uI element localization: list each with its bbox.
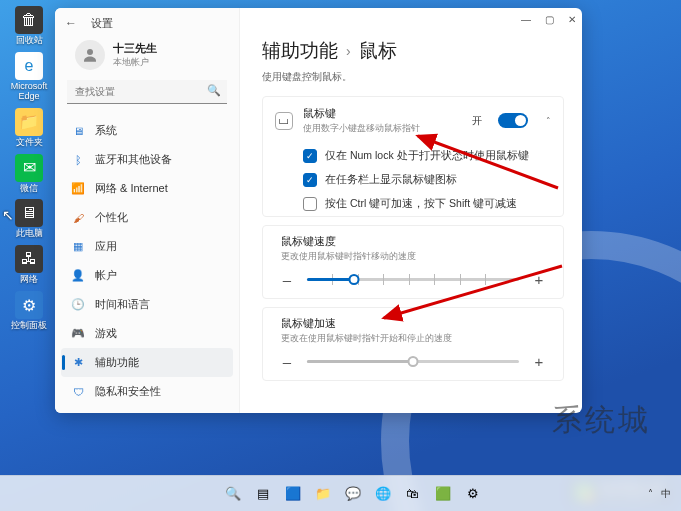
sidebar-item-9[interactable]: 🛡隐私和安全性	[61, 377, 233, 406]
taskbar: 🔍 ▤ 🟦 📁 💬 🌐 🛍 🟩 ⚙ ˄ 中	[0, 475, 681, 511]
back-button[interactable]: ←	[65, 16, 77, 30]
accel-increase-button[interactable]: +	[533, 353, 545, 370]
profile[interactable]: 十三先生 本地帐户	[55, 38, 239, 80]
store-icon[interactable]: 🛍	[401, 482, 425, 506]
desktop-icon-label: 微信	[6, 184, 52, 194]
accel-slider[interactable]	[307, 360, 519, 363]
start-button[interactable]	[197, 485, 215, 503]
edge-icon[interactable]: 🌐	[371, 482, 395, 506]
desktop-glyph-icon: 📁	[15, 108, 43, 136]
desktop-icon-label: 控制面板	[6, 321, 52, 331]
sidebar-item-8[interactable]: ✱辅助功能	[61, 348, 233, 377]
accel-title: 鼠标键加速	[281, 316, 545, 331]
nav-list: 🖥系统ᛒ蓝牙和其他设备📶网络 & Internet🖌个性化▦应用👤帐户🕒时间和语…	[55, 114, 239, 413]
desktop-icon-5[interactable]: 🖧网络	[6, 245, 52, 285]
sidebar-item-0[interactable]: 🖥系统	[61, 116, 233, 145]
settings-taskbar-icon[interactable]: ⚙	[461, 482, 485, 506]
pinned-app-icon[interactable]: 🟩	[431, 482, 455, 506]
desktop-glyph-icon: 🖥	[15, 199, 43, 227]
checkbox-icon[interactable]: ✓	[303, 173, 317, 187]
nav-label: 蓝牙和其他设备	[95, 152, 172, 167]
search-box: 🔍	[67, 80, 227, 104]
accel-card: 鼠标键加速 更改在使用鼠标键时指针开始和停止的速度 – +	[262, 307, 564, 381]
nav-icon: 🛡	[71, 386, 85, 398]
sidebar-item-1[interactable]: ᛒ蓝牙和其他设备	[61, 145, 233, 174]
mouse-keys-option-1[interactable]: ✓在任务栏上显示鼠标键图标	[263, 168, 563, 192]
speed-slider[interactable]	[307, 278, 519, 281]
desktop-icon-label: 此电脑	[6, 229, 52, 239]
speed-decrease-button[interactable]: –	[281, 271, 293, 288]
nav-label: 个性化	[95, 210, 128, 225]
chat-icon[interactable]: 💬	[341, 482, 365, 506]
breadcrumb: 辅助功能 › 鼠标	[262, 38, 564, 64]
app-title: 设置	[91, 16, 113, 31]
desktop-icon-label: 文件夹	[6, 138, 52, 148]
mouse-keys-option-0[interactable]: ✓仅在 Num lock 处于打开状态时使用鼠标键	[263, 144, 563, 168]
search-icon[interactable]: 🔍	[207, 84, 221, 97]
nav-icon: ᛒ	[71, 154, 85, 166]
nav-label: 时间和语言	[95, 297, 150, 312]
tray-chevron-icon[interactable]: ˄	[648, 488, 653, 499]
checkbox-icon[interactable]	[303, 197, 317, 211]
desktop-glyph-icon: 🖧	[15, 245, 43, 273]
nav-icon: ▦	[71, 240, 85, 253]
nav-label: 辅助功能	[95, 355, 139, 370]
sidebar-item-10[interactable]: ⟳Windows 更新	[61, 406, 233, 413]
speed-card: 鼠标键速度 更改使用鼠标键时指针移动的速度 – +	[262, 225, 564, 299]
system-tray: ˄ 中	[648, 487, 671, 501]
mouse-keys-toggle[interactable]	[498, 113, 528, 128]
desktop-icon-1[interactable]: eMicrosoft Edge	[6, 52, 52, 102]
tray-ime[interactable]: 中	[661, 487, 671, 501]
sidebar-item-7[interactable]: 🎮游戏	[61, 319, 233, 348]
watermark-text: 系统城	[552, 400, 651, 441]
sidebar-item-2[interactable]: 📶网络 & Internet	[61, 174, 233, 203]
mouse-keys-option-2[interactable]: 按住 Ctrl 键可加速，按下 Shift 键可减速	[263, 192, 563, 216]
desktop-icon-label: Microsoft Edge	[6, 82, 52, 102]
option-label: 按住 Ctrl 键可加速，按下 Shift 键可减速	[325, 197, 517, 211]
desktop-icon-6[interactable]: ⚙控制面板	[6, 291, 52, 331]
minimize-button[interactable]: —	[521, 14, 531, 25]
nav-icon: 👤	[71, 269, 85, 282]
speed-increase-button[interactable]: +	[533, 271, 545, 288]
maximize-button[interactable]: ▢	[545, 14, 554, 25]
desktop-icon-3[interactable]: ✉微信	[6, 154, 52, 194]
option-label: 仅在 Num lock 处于打开状态时使用鼠标键	[325, 149, 529, 163]
nav-icon: ✱	[71, 356, 85, 369]
explorer-icon[interactable]: 📁	[311, 482, 335, 506]
nav-label: 帐户	[95, 268, 117, 283]
desktop-icon-2[interactable]: 📁文件夹	[6, 108, 52, 148]
desktop-icon-label: 回收站	[6, 36, 52, 46]
nav-label: 应用	[95, 239, 117, 254]
avatar	[75, 40, 105, 70]
taskbar-search-icon[interactable]: 🔍	[221, 482, 245, 506]
mouse-cursor: ↖	[2, 207, 14, 223]
desktop-glyph-icon: ⚙	[15, 291, 43, 319]
sidebar-item-6[interactable]: 🕒时间和语言	[61, 290, 233, 319]
profile-name: 十三先生	[113, 41, 157, 56]
widgets-icon[interactable]: 🟦	[281, 482, 305, 506]
accel-decrease-button[interactable]: –	[281, 353, 293, 370]
nav-icon: 🎮	[71, 327, 85, 340]
speed-title: 鼠标键速度	[281, 234, 545, 249]
search-input[interactable]	[67, 80, 227, 104]
window-controls: — ▢ ✕	[521, 14, 576, 25]
profile-account: 本地帐户	[113, 56, 157, 69]
nav-icon: 🖌	[71, 212, 85, 224]
desktop-glyph-icon: e	[15, 52, 43, 80]
nav-label: 游戏	[95, 326, 117, 341]
close-button[interactable]: ✕	[568, 14, 576, 25]
nav-icon: 🖥	[71, 125, 85, 137]
checkbox-icon[interactable]: ✓	[303, 149, 317, 163]
chevron-right-icon: ›	[346, 43, 351, 59]
expand-chevron-icon[interactable]: ˄	[546, 116, 551, 126]
mouse-icon: ⌴	[275, 112, 293, 130]
sidebar-item-5[interactable]: 👤帐户	[61, 261, 233, 290]
desktop-icon-label: 网络	[6, 275, 52, 285]
sidebar-item-3[interactable]: 🖌个性化	[61, 203, 233, 232]
sidebar-item-4[interactable]: ▦应用	[61, 232, 233, 261]
breadcrumb-parent[interactable]: 辅助功能	[262, 38, 338, 64]
desktop-icon-0[interactable]: 🗑回收站	[6, 6, 52, 46]
sidebar: ← 设置 十三先生 本地帐户 🔍 🖥系统ᛒ蓝牙和其他设备📶网络 & Intern…	[55, 8, 240, 413]
mouse-keys-card: ⌴ 鼠标键 使用数字小键盘移动鼠标指针 开 ˄ ✓仅在 Num lock 处于打…	[262, 96, 564, 217]
task-view-icon[interactable]: ▤	[251, 482, 275, 506]
